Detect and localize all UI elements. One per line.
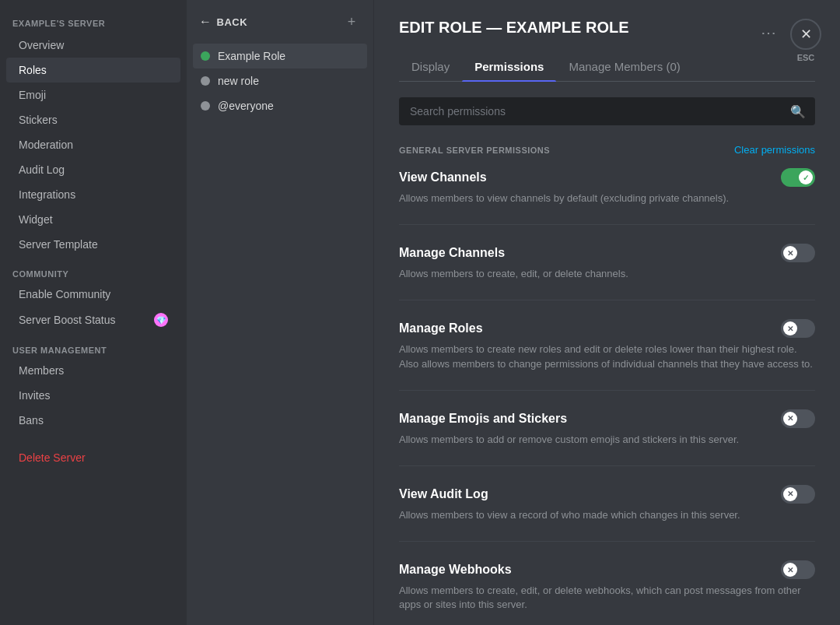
search-icon: 🔍 xyxy=(790,104,806,119)
permission-view-audit-log: View Audit Log ✕ Allows members to view … xyxy=(399,485,815,522)
permission-view-channels: View Channels ✓ Allows members to view c… xyxy=(399,168,815,205)
toggle-knob: ✕ xyxy=(783,412,797,426)
sidebar-item-server-boost[interactable]: Server Boost Status 💎 xyxy=(6,307,180,333)
three-dots-menu[interactable]: ⋯ xyxy=(761,23,778,42)
permission-desc: Allows members to view a record of who m… xyxy=(399,508,815,522)
sidebar-item-invites[interactable]: Invites xyxy=(6,383,180,408)
toggle-manage-channels[interactable]: ✕ xyxy=(781,244,815,262)
toggle-knob: ✓ xyxy=(799,170,813,184)
permission-row: Manage Channels ✕ xyxy=(399,244,815,262)
role-color-dot xyxy=(201,101,210,111)
permission-name: View Channels xyxy=(399,170,487,184)
separator xyxy=(399,300,815,300)
toggle-view-audit-log[interactable]: ✕ xyxy=(781,485,815,504)
permission-manage-channels: Manage Channels ✕ Allows members to crea… xyxy=(399,244,815,281)
sidebar-item-stickers[interactable]: Stickers xyxy=(6,107,180,132)
toggle-knob: ✕ xyxy=(783,246,797,260)
permission-row: Manage Roles ✕ xyxy=(399,319,815,338)
permission-manage-webhooks: Manage Webhooks ✕ Allows members to crea… xyxy=(399,560,815,612)
sidebar: Example's Server Overview Roles Emoji St… xyxy=(0,0,187,625)
toggle-knob: ✕ xyxy=(783,487,797,501)
permission-row: View Audit Log ✕ xyxy=(399,485,815,504)
esc-button-container: ✕ ESC xyxy=(790,19,821,62)
esc-button[interactable]: ✕ xyxy=(790,19,821,50)
permission-desc: Allows members to view channels by defau… xyxy=(399,191,815,205)
toggle-manage-webhooks[interactable]: ✕ xyxy=(781,560,815,579)
tab-display[interactable]: Display xyxy=(399,52,462,81)
permission-name: Manage Channels xyxy=(399,246,505,260)
separator xyxy=(399,465,815,466)
sidebar-item-integrations[interactable]: Integrations xyxy=(6,182,180,207)
sidebar-item-enable-community[interactable]: Enable Community xyxy=(6,282,180,307)
separator xyxy=(399,224,815,225)
community-section-label: Community xyxy=(0,257,187,282)
boost-icon: 💎 xyxy=(154,313,168,327)
main-wrapper: EDIT ROLE — EXAMPLE ROLE Display Permiss… xyxy=(373,0,840,625)
search-bar: 🔍 xyxy=(399,97,815,125)
toggle-view-channels[interactable]: ✓ xyxy=(781,168,815,187)
permission-desc: Allows members to create, edit, or delet… xyxy=(399,267,815,281)
permission-manage-roles: Manage Roles ✕ Allows members to create … xyxy=(399,319,815,370)
user-management-label: User Management xyxy=(0,333,187,358)
roles-panel: ← BACK + Example Role new role @everyone xyxy=(187,0,373,625)
permission-name: Manage Roles xyxy=(399,321,483,335)
separator xyxy=(399,390,815,391)
sidebar-item-widget[interactable]: Widget xyxy=(6,207,180,232)
esc-label: ESC xyxy=(797,53,815,62)
sidebar-item-moderation[interactable]: Moderation xyxy=(6,132,180,157)
sidebar-item-audit-log[interactable]: Audit Log xyxy=(6,157,180,182)
permission-manage-emojis: Manage Emojis and Stickers ✕ Allows memb… xyxy=(399,409,815,447)
permission-row: Manage Emojis and Stickers ✕ xyxy=(399,409,815,428)
sidebar-item-roles[interactable]: Roles xyxy=(6,58,180,83)
sidebar-item-emoji[interactable]: Emoji xyxy=(6,83,180,107)
page-title: EDIT ROLE — EXAMPLE ROLE xyxy=(399,19,815,37)
role-color-dot xyxy=(201,51,210,61)
permission-desc: Allows members to create new roles and e… xyxy=(399,342,815,370)
delete-server-button[interactable]: Delete Server xyxy=(6,445,180,470)
general-permissions-label: GENERAL SERVER PERMISSIONS xyxy=(399,146,550,155)
sidebar-item-members[interactable]: Members xyxy=(6,358,180,383)
permission-desc: Allows members to create, edit, or delet… xyxy=(399,584,815,612)
permission-row: View Channels ✓ xyxy=(399,168,815,187)
toggle-manage-roles[interactable]: ✕ xyxy=(781,319,815,338)
toggle-knob: ✕ xyxy=(783,563,797,577)
sidebar-item-overview[interactable]: Overview xyxy=(6,33,180,58)
separator xyxy=(399,541,815,542)
tabs-bar: Display Permissions Manage Members (0) xyxy=(399,52,815,82)
roles-header: ← BACK + xyxy=(193,12,367,44)
permission-name: Manage Emojis and Stickers xyxy=(399,412,567,426)
role-item-everyone[interactable]: @everyone xyxy=(193,93,367,118)
permission-name: Manage Webhooks xyxy=(399,563,512,577)
back-button[interactable]: ← BACK xyxy=(199,15,247,29)
toggle-knob: ✕ xyxy=(783,321,797,335)
search-input[interactable] xyxy=(399,97,815,125)
tab-permissions[interactable]: Permissions xyxy=(462,52,556,81)
sidebar-item-server-template[interactable]: Server Template xyxy=(6,232,180,257)
permission-name: View Audit Log xyxy=(399,487,488,501)
toggle-manage-emojis[interactable]: ✕ xyxy=(781,409,815,428)
server-name: Example's Server xyxy=(0,12,187,33)
sidebar-item-bans[interactable]: Bans xyxy=(6,408,180,433)
add-role-button[interactable]: + xyxy=(342,12,361,31)
tab-manage-members[interactable]: Manage Members (0) xyxy=(556,52,692,81)
permission-row: Manage Webhooks ✕ xyxy=(399,560,815,579)
permission-desc: Allows members to add or remove custom e… xyxy=(399,433,815,447)
role-item-example-role[interactable]: Example Role xyxy=(193,44,367,68)
role-item-new-role[interactable]: new role xyxy=(193,68,367,93)
main-content: EDIT ROLE — EXAMPLE ROLE Display Permiss… xyxy=(373,0,840,625)
clear-permissions-button[interactable]: Clear permissions xyxy=(734,144,815,156)
role-color-dot xyxy=(201,76,210,86)
back-arrow-icon: ← xyxy=(199,15,212,29)
permissions-section-header: GENERAL SERVER PERMISSIONS Clear permiss… xyxy=(399,144,815,156)
